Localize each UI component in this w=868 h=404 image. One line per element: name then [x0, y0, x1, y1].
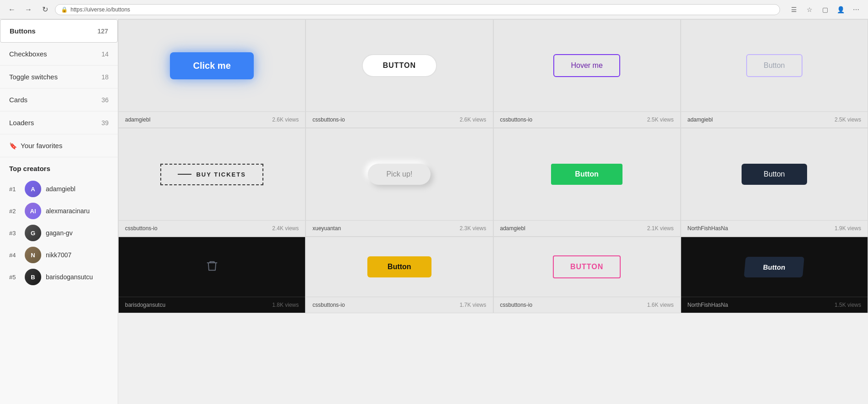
pick-up-button[interactable]: Pick up! [368, 164, 431, 185]
card-2-footer: cssbuttons-io 2.6K views [306, 111, 492, 127]
card-4: Button adamgiebl 2.5K views [681, 19, 868, 128]
yellow-button[interactable]: Button [367, 256, 431, 277]
card-9-author: barisdogansutcu [125, 302, 165, 308]
card-11-preview: BUTTON [494, 237, 680, 297]
hover-me-button[interactable]: Hover me [553, 54, 620, 77]
green-button[interactable]: Button [551, 164, 622, 185]
card-4-footer: adamgiebl 2.5K views [681, 111, 868, 127]
card-1: Click me adamgiebl 2.6K views [118, 19, 306, 128]
sidebar-count-toggle: 18 [101, 73, 109, 81]
card-6-views: 2.3K views [459, 225, 486, 232]
forward-button[interactable]: → [22, 3, 35, 16]
creator-name-1: adamgiebl [46, 185, 76, 193]
card-10-footer: cssbuttons-io 1.7K views [306, 297, 492, 313]
card-5: BUY TICKETS cssbuttons-io 2.4K views [118, 128, 306, 237]
card-2: BUTTON cssbuttons-io 2.6K views [306, 19, 493, 128]
sidebar-label-buttons: Buttons [10, 27, 36, 35]
browser-chrome: ← → ↻ 🔒 https://uiverse.io/buttons ☰ ☆ ▢… [0, 0, 868, 19]
card-4-preview: Button [681, 20, 868, 111]
card-5-footer: cssbuttons-io 2.4K views [119, 220, 305, 236]
card-3: Hover me cssbuttons-io 2.5K views [493, 19, 681, 128]
reader-view-button[interactable]: ☰ [787, 3, 800, 16]
reload-button[interactable]: ↻ [38, 3, 51, 16]
creator-item-1[interactable]: #1 A adamgiebl [9, 178, 109, 200]
sidebar-item-cards[interactable]: Cards 36 [0, 89, 118, 111]
card-7: Button adamgiebl 2.1K views [493, 128, 681, 237]
top-creators-section: Top creators #1 A adamgiebl #2 Al alexma… [0, 157, 118, 292]
card-12-views: 1.5K views [835, 302, 861, 308]
card-6-footer: xueyuantan 2.3K views [306, 220, 492, 236]
sidebar-item-checkboxes[interactable]: Checkboxes 14 [0, 43, 118, 66]
dark-slant-button[interactable]: Button [744, 257, 804, 277]
url-text: https://uiverse.io/buttons [71, 6, 130, 13]
sidebar-item-loaders[interactable]: Loaders 39 [0, 111, 118, 134]
card-12-preview: Button [681, 237, 868, 297]
creator-rank-5: #5 [9, 274, 20, 281]
profile-button[interactable]: 👤 [834, 3, 847, 16]
card-8-views: 1.9K views [835, 225, 861, 232]
sidebar-label-toggle: Toggle switches [9, 73, 58, 81]
buy-tickets-label: BUY TICKETS [196, 171, 246, 178]
sidebar-count-loaders: 39 [101, 119, 109, 127]
card-12-footer: NorthFishHasNa 1.5K views [681, 297, 868, 313]
card-3-author: cssbuttons-io [500, 116, 533, 123]
creator-item-5[interactable]: #5 B barisdogansutcu [9, 266, 109, 288]
buy-tickets-button[interactable]: BUY TICKETS [160, 164, 263, 185]
card-1-footer: adamgiebl 2.6K views [119, 111, 305, 127]
card-8-preview: Button [681, 128, 868, 220]
card-5-views: 2.4K views [272, 225, 299, 232]
card-10-author: cssbuttons-io [312, 302, 345, 308]
card-11-footer: cssbuttons-io 1.6K views [494, 297, 680, 313]
card-5-author: cssbuttons-io [125, 225, 158, 232]
creator-name-3: gagan-gv [46, 229, 72, 237]
click-me-button[interactable]: Click me [170, 52, 253, 79]
card-2-views: 2.6K views [459, 116, 486, 123]
card-11-views: 1.6K views [647, 302, 674, 308]
outline-purple-button[interactable]: Button [746, 54, 802, 77]
address-bar[interactable]: 🔒 https://uiverse.io/buttons [55, 4, 780, 15]
card-7-views: 2.1K views [647, 225, 674, 232]
trash-icon-button[interactable] [206, 260, 218, 275]
sidebar-label-loaders: Loaders [9, 119, 34, 127]
more-button[interactable]: ⋯ [850, 3, 863, 16]
creator-name-5: barisdogansutcu [46, 273, 93, 281]
card-11-author: cssbuttons-io [500, 302, 533, 308]
sidebar-label-cards: Cards [9, 96, 27, 104]
card-2-preview: BUTTON [306, 20, 492, 111]
pink-outline-button[interactable]: BUTTON [553, 255, 621, 278]
sidebar-item-toggle-switches[interactable]: Toggle switches 18 [0, 66, 118, 89]
dark-navy-button[interactable]: Button [742, 164, 807, 185]
card-6: Pick up! xueyuantan 2.3K views [306, 128, 493, 237]
creator-item-2[interactable]: #2 Al alexmaracinaru [9, 200, 109, 222]
card-1-author: adamgiebl [125, 116, 150, 123]
cards-grid: Click me adamgiebl 2.6K views BUTTON css… [118, 19, 868, 313]
sidebar-count-checkboxes: 14 [101, 50, 109, 58]
creator-item-4[interactable]: #4 N nikk7007 [9, 244, 109, 266]
back-button[interactable]: ← [5, 3, 18, 16]
card-6-author: xueyuantan [312, 225, 341, 232]
creator-avatar-2: Al [25, 203, 41, 219]
card-6-preview: Pick up! [306, 128, 492, 220]
card-2-author: cssbuttons-io [312, 116, 345, 123]
main-content: Click me adamgiebl 2.6K views BUTTON css… [118, 19, 868, 404]
card-4-author: adamgiebl [688, 116, 713, 123]
creator-item-3[interactable]: #3 G gagan-gv [9, 222, 109, 244]
card-7-preview: Button [494, 128, 680, 220]
creator-rank-4: #4 [9, 252, 20, 259]
card-3-views: 2.5K views [647, 116, 674, 123]
sidebar-item-favorites[interactable]: 🔖 Your favorites [0, 134, 118, 157]
creator-avatar-3: G [25, 225, 41, 241]
sidebar-item-buttons[interactable]: Buttons 127 [0, 19, 118, 43]
card-9: barisdogansutcu 1.8K views [118, 237, 306, 313]
pill-button[interactable]: BUTTON [362, 54, 437, 77]
creator-avatar-1: A [25, 181, 41, 197]
sidebar-count-buttons: 127 [98, 28, 108, 35]
card-10-preview: Button [306, 237, 492, 297]
creator-name-4: nikk7007 [46, 251, 71, 259]
card-3-footer: cssbuttons-io 2.5K views [494, 111, 680, 127]
star-button[interactable]: ☆ [803, 3, 816, 16]
card-10-views: 1.7K views [459, 302, 486, 308]
collections-button[interactable]: ▢ [819, 3, 831, 16]
card-1-preview: Click me [119, 20, 305, 111]
card-7-author: adamgiebl [500, 225, 525, 232]
